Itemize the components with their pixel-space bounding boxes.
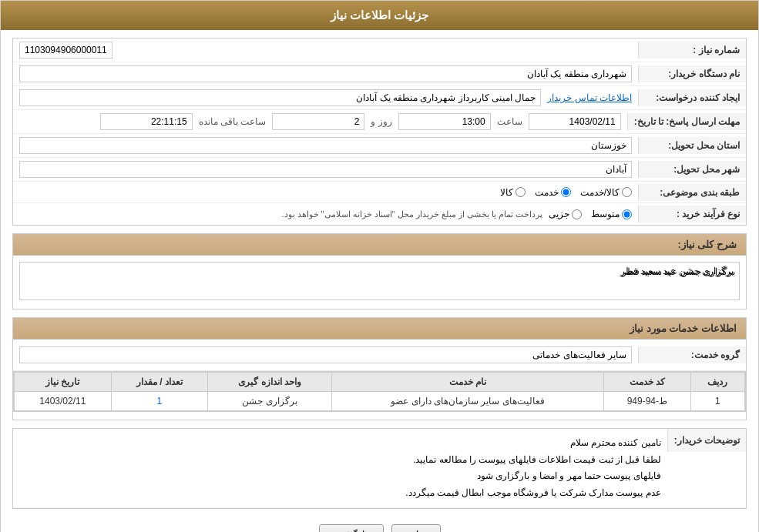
khadamat-title: اطلاعات خدمات مورد نیاز bbox=[13, 318, 746, 340]
ostan-row: استان محل تحویل: خوزستان bbox=[13, 134, 746, 158]
cell-vahed: برگزاری جشن bbox=[208, 392, 332, 411]
radio-jozii[interactable]: جزیی bbox=[549, 209, 582, 219]
col-kod: کد خدمت bbox=[603, 373, 690, 392]
radio-jozii-label: جزیی bbox=[549, 209, 569, 219]
baqi-label: ساعت باقی مانده bbox=[199, 116, 267, 127]
towzih-section: توضیحات خریدار: نامین کننده محترم سلام ل… bbox=[12, 428, 747, 509]
col-name: نام خدمت bbox=[332, 373, 604, 392]
tabaqe-value-cell: کالا/خدمت خدمت کالا bbox=[13, 184, 638, 201]
table-row: 1 ط-94-949 فعالیت‌های سایر سازمان‌های دا… bbox=[15, 392, 745, 411]
cell-tarikh: 1403/02/11 bbox=[15, 392, 112, 411]
sharh-title: شرح کلی نیاز: bbox=[13, 234, 746, 256]
col-tarikh: تاریخ نیاز bbox=[15, 373, 112, 392]
radio-kala-khadamat-label: کالا/خدمت bbox=[580, 187, 620, 198]
grouh-value: سایر فعالیت‌های خدماتی bbox=[19, 346, 632, 363]
ijad-value: جمال امینی کاربرداز شهرداری منطقه یک آبا… bbox=[19, 89, 541, 106]
services-table-section: ردیف کد خدمت نام خدمت واحد اندازه گیری ت… bbox=[13, 371, 746, 412]
mohlat-value-cell: 1403/02/11 ساعت 13:00 روز و 2 ساعت باقی … bbox=[13, 110, 627, 133]
khadamat-section: اطلاعات خدمات مورد نیاز گروه خدمت: سایر … bbox=[12, 317, 747, 420]
grouh-value-cell: سایر فعالیت‌های خدماتی bbox=[13, 343, 638, 366]
towzih-row: توضیحات خریدار: نامین کننده محترم سلام ل… bbox=[13, 429, 746, 508]
col-radif: ردیف bbox=[690, 373, 744, 392]
navae-row: نوع فرآیند خرید : متوسط جزیی bbox=[13, 203, 746, 225]
mohlat-saat: 13:00 bbox=[398, 113, 491, 130]
ijad-value-cell: اطلاعات تماس خریدار جمال امینی کاربرداز … bbox=[13, 86, 638, 109]
mohlat-roz: 2 bbox=[272, 113, 364, 130]
content-area: شماره نیاز : 1103094906000011 نام دستگاه… bbox=[1, 30, 758, 532]
radio-motavasset[interactable]: متوسط bbox=[591, 209, 632, 219]
radio-khadamat[interactable]: خدمت bbox=[535, 187, 571, 198]
dastgah-row: نام دستگاه خریدار: شهرداری منطقه یک آباد… bbox=[13, 62, 746, 86]
table-header-row: ردیف کد خدمت نام خدمت واحد اندازه گیری ت… bbox=[15, 373, 745, 392]
sharh-section: شرح کلی نیاز: برگزاری جشن عید سعید فطر bbox=[12, 233, 747, 309]
towzih-line4: عدم پیوست مدارک شرکت یا فروشگاه موجب ابط… bbox=[19, 485, 661, 502]
radio-kala-khadamat[interactable]: کالا/خدمت bbox=[580, 187, 632, 198]
mohlat-date: 1403/02/11 bbox=[529, 113, 621, 130]
towzih-line1: نامین کننده محترم سلام bbox=[19, 435, 661, 452]
col-vahed: واحد اندازه گیری bbox=[208, 373, 332, 392]
navae-note: پرداخت تمام یا بخشی از مبلغ خریدار محل "… bbox=[281, 209, 542, 219]
bazgasht-button[interactable]: بازگشت bbox=[319, 524, 384, 532]
col-tedad: تعداد / مقدار bbox=[111, 373, 208, 392]
dastgah-label: نام دستگاه خریدار: bbox=[638, 65, 746, 82]
cell-tedad: 1 bbox=[111, 392, 208, 411]
grouh-label: گروه خدمت: bbox=[638, 346, 746, 363]
sharh-textarea[interactable] bbox=[19, 262, 740, 300]
mohlat-label: مهلت ارسال پاسخ: تا تاریخ: bbox=[627, 113, 746, 130]
cell-name: فعالیت‌های سایر سازمان‌های دارای عضو bbox=[332, 392, 604, 411]
ostan-label: استان محل تحویل: bbox=[638, 137, 746, 154]
radio-kala[interactable]: کالا bbox=[500, 187, 526, 198]
radio-khadamat-label: خدمت bbox=[535, 187, 559, 198]
radio-motavasset-input[interactable] bbox=[622, 209, 632, 219]
dastgah-value-cell: شهرداری منطقه یک آبادان bbox=[13, 62, 638, 85]
sharh-box-wrapper: برگزاری جشن عید سعید فطر bbox=[19, 262, 740, 303]
navae-radio-group: متوسط جزیی bbox=[549, 209, 632, 219]
shahr-label: شهر محل تحویل: bbox=[638, 161, 746, 178]
shomara-label: شماره نیاز : bbox=[638, 42, 746, 59]
radio-kala-input[interactable] bbox=[516, 187, 526, 197]
page-title: جزئیات اطلاعات نیاز bbox=[331, 8, 428, 22]
ostan-value-cell: خوزستان bbox=[13, 134, 638, 157]
cell-kod: ط-94-949 bbox=[603, 392, 690, 411]
tabaqe-label: طبقه بندی موضوعی: bbox=[638, 184, 746, 201]
radio-khadamat-input[interactable] bbox=[561, 187, 571, 197]
towzih-line3: فایلهای پیوست حتما مهر و امضا و بارگزاری… bbox=[19, 468, 661, 485]
towzih-line2: لطفا قبل از ثبت قیمت اطلاعات فایلهای پیو… bbox=[19, 452, 661, 469]
shomara-value-cell: 1103094906000011 bbox=[13, 38, 638, 62]
services-table: ردیف کد خدمت نام خدمت واحد اندازه گیری ت… bbox=[14, 372, 745, 411]
radio-kala-label: کالا bbox=[500, 187, 513, 198]
shahr-value-cell: آبادان bbox=[13, 158, 638, 181]
tamas-link[interactable]: اطلاعات تماس خریدار bbox=[547, 92, 632, 103]
navae-label: نوع فرآیند خرید : bbox=[638, 206, 746, 223]
radio-jozii-input[interactable] bbox=[572, 209, 582, 219]
shomara-value: 1103094906000011 bbox=[19, 42, 113, 59]
tabaqe-row: طبقه بندی موضوعی: کالا/خدمت خدمت bbox=[13, 182, 746, 203]
ostan-value: خوزستان bbox=[19, 137, 632, 154]
shahr-value: آبادان bbox=[19, 161, 632, 178]
towzih-label: توضیحات خریدار: bbox=[667, 429, 746, 452]
grouh-row: گروه خدمت: سایر فعالیت‌های خدماتی bbox=[13, 340, 746, 371]
sharh-content: برگزاری جشن عید سعید فطر bbox=[13, 256, 746, 309]
button-row: بازگشت چاپ bbox=[12, 517, 747, 532]
radio-kala-khadamat-input[interactable] bbox=[622, 187, 632, 197]
shomara-row: شماره نیاز : 1103094906000011 bbox=[13, 38, 746, 62]
baqi-value: 22:11:15 bbox=[100, 113, 193, 130]
towzih-content: نامین کننده محترم سلام لطفا قبل از ثبت ق… bbox=[13, 429, 667, 507]
page-header: جزئیات اطلاعات نیاز bbox=[1, 1, 758, 30]
roz-label: روز و bbox=[371, 116, 391, 127]
ijad-row: ایجاد کننده درخواست: اطلاعات تماس خریدار… bbox=[13, 86, 746, 110]
shahr-row: شهر محل تحویل: آبادان bbox=[13, 158, 746, 182]
page-wrapper: جزئیات اطلاعات نیاز شماره نیاز : 1103094… bbox=[0, 0, 759, 532]
ijad-label: ایجاد کننده درخواست: bbox=[638, 89, 746, 106]
main-info-section: شماره نیاز : 1103094906000011 نام دستگاه… bbox=[12, 38, 747, 226]
cell-radif: 1 bbox=[690, 392, 744, 411]
dastgah-value: شهرداری منطقه یک آبادان bbox=[19, 65, 632, 82]
mohlat-row: مهلت ارسال پاسخ: تا تاریخ: 1403/02/11 سا… bbox=[13, 110, 746, 134]
tabaqe-radio-group: کالا/خدمت خدمت کالا bbox=[19, 187, 632, 198]
saat-label: ساعت bbox=[497, 116, 522, 127]
radio-motavasset-label: متوسط bbox=[591, 209, 620, 219]
chap-button[interactable]: چاپ bbox=[391, 524, 441, 532]
navae-value-cell: متوسط جزیی پرداخت تمام یا بخشی از مبلغ خ… bbox=[13, 206, 638, 223]
